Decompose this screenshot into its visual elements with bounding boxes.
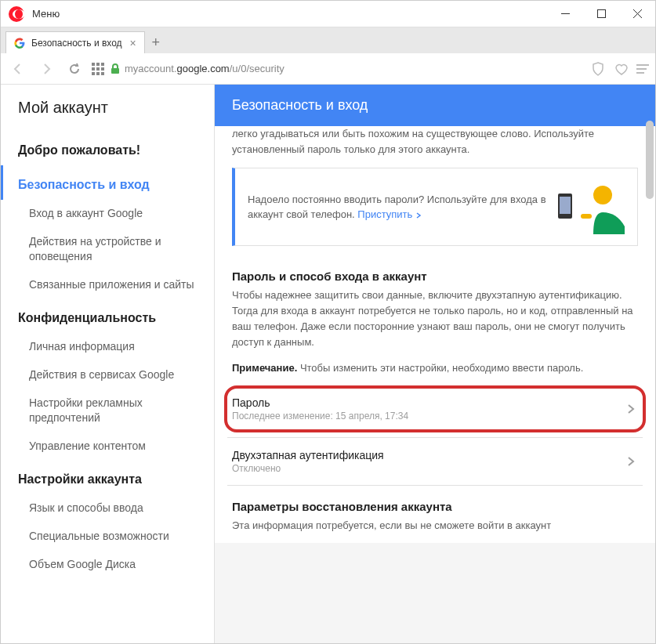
- sidebar-title: Мой аккаунт: [1, 85, 214, 131]
- google-favicon-icon: [14, 38, 25, 49]
- svg-rect-4: [111, 68, 119, 74]
- sidebar-item-signin[interactable]: Вход в аккаунт Google: [1, 200, 214, 228]
- minimize-button[interactable]: [547, 1, 583, 27]
- window-titlebar: Меню: [1, 1, 655, 27]
- twostep-subtitle: Отключено: [232, 463, 384, 474]
- sidebar-item-ads[interactable]: Настройки рекламных предпочтений: [1, 389, 214, 432]
- sidebar-item-content[interactable]: Управление контентом: [1, 432, 214, 461]
- recovery-desc: Эта информация потребуется, если вы не с…: [215, 518, 655, 543]
- sidebar-item-lang[interactable]: Язык и способы ввода: [1, 494, 214, 523]
- svg-rect-6: [560, 197, 571, 214]
- sidebar-item-access[interactable]: Специальные возможности: [1, 523, 214, 551]
- svg-rect-1: [597, 10, 605, 18]
- chevron-right-icon: [627, 456, 635, 467]
- sidebar-section-privacy[interactable]: Конфиденциальность: [1, 298, 214, 333]
- sidebar-item-apps[interactable]: Связанные приложения и сайты: [1, 271, 214, 299]
- maximize-button[interactable]: [583, 1, 619, 27]
- main-panel: Безопасность и вход легко угадываться ил…: [215, 85, 655, 643]
- browser-tab[interactable]: Безопасность и вход ×: [5, 31, 145, 53]
- sidebar: Мой аккаунт Добро пожаловать! Безопаснос…: [1, 85, 215, 643]
- phone-signin-promo: Надоело постоянно вводить пароли? Исполь…: [232, 168, 638, 246]
- shield-icon[interactable]: [589, 60, 607, 78]
- new-tab-button[interactable]: +: [145, 31, 167, 53]
- password-section-heading: Пароль и способ входа в аккаунт: [215, 262, 655, 288]
- lock-icon: [111, 63, 120, 74]
- forward-button[interactable]: [35, 58, 57, 80]
- main-header: Безопасность и вход: [215, 85, 655, 126]
- promo-text: Надоело постоянно вводить пароли? Исполь…: [248, 192, 546, 223]
- close-button[interactable]: [619, 1, 655, 27]
- promo-link[interactable]: Приступить: [357, 208, 422, 220]
- intro-text: легко угадываться или быть похожим на су…: [215, 126, 655, 168]
- speed-dial-button[interactable]: [92, 63, 104, 75]
- url-field[interactable]: myaccount.google.com/u/0/security: [111, 63, 583, 74]
- svg-rect-8: [581, 214, 592, 219]
- address-bar: myaccount.google.com/u/0/security: [1, 53, 655, 85]
- svg-point-7: [593, 186, 612, 204]
- phone-user-illustration-icon: [554, 179, 625, 234]
- back-button[interactable]: [7, 58, 29, 80]
- tab-title: Безопасность и вход: [31, 38, 122, 49]
- tab-close-icon[interactable]: ×: [122, 37, 136, 49]
- sidebar-section-security[interactable]: Безопасность и вход: [1, 165, 214, 200]
- twostep-title: Двухэтапная аутентификация: [232, 449, 384, 461]
- password-note: Примечание. Чтобы изменить эти настройки…: [215, 360, 655, 385]
- sidebar-item-devices[interactable]: Действия на устройстве и оповещения: [1, 228, 214, 271]
- password-subtitle: Последнее изменение: 15 апреля, 17:34: [232, 411, 408, 421]
- chevron-right-icon: [627, 403, 635, 414]
- sidebar-item-personal[interactable]: Личная информация: [1, 333, 214, 361]
- sidebar-item-activity[interactable]: Действия в сервисах Google: [1, 361, 214, 389]
- scrollbar-thumb[interactable]: [646, 121, 654, 199]
- easy-setup-icon[interactable]: [636, 64, 649, 74]
- opera-logo-icon[interactable]: [9, 6, 24, 22]
- sidebar-section-settings[interactable]: Настройки аккаунта: [1, 460, 214, 494]
- menu-label[interactable]: Меню: [32, 8, 60, 20]
- reload-button[interactable]: [63, 58, 85, 80]
- password-section-desc: Чтобы надежнее защитить свои данные, вкл…: [215, 288, 655, 360]
- heart-icon[interactable]: [613, 60, 630, 78]
- window-controls: [547, 1, 655, 27]
- sidebar-item-storage[interactable]: Объем Google Диска: [1, 551, 214, 579]
- password-title: Пароль: [232, 396, 408, 409]
- tab-bar: Безопасность и вход × +: [1, 27, 655, 53]
- twostep-row[interactable]: Двухэтапная аутентификация Отключено: [227, 437, 643, 485]
- password-row[interactable]: Пароль Последнее изменение: 15 апреля, 1…: [224, 385, 646, 432]
- url-text: myaccount.google.com/u/0/security: [125, 63, 285, 74]
- main-scroll: легко угадываться или быть похожим на су…: [215, 126, 655, 543]
- sidebar-welcome[interactable]: Добро пожаловать!: [1, 131, 214, 165]
- content-area: Мой аккаунт Добро пожаловать! Безопаснос…: [1, 85, 655, 643]
- recovery-heading: Параметры восстановления аккаунта: [215, 486, 655, 518]
